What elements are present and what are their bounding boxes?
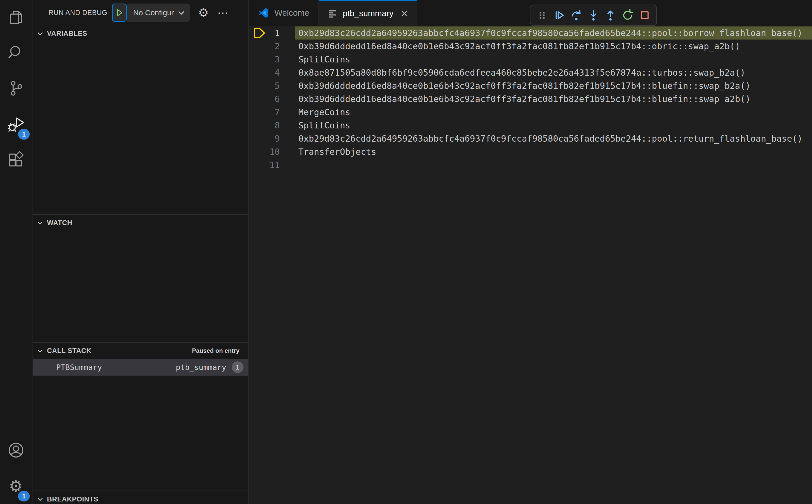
variables-section-label: VARIABLES xyxy=(47,30,87,38)
code-area: 1 0xb29d83c26cdd2a64959263abbcfc4a6937f0… xyxy=(249,26,812,172)
editor-line[interactable]: 5 0xb39d6dddedd16ed8a40ce0b1e6b43c92acf0… xyxy=(249,79,812,92)
line-text: 0xb29d83c26cdd2a64959263abbcfc4a6937f0c9… xyxy=(295,132,812,145)
editor-line[interactable]: 3 SplitCoins xyxy=(249,53,812,66)
editor-line[interactable]: 4 0x8ae871505a80d8bf6bf9c05906cda6edfeea… xyxy=(249,66,812,79)
tab-welcome[interactable]: Welcome xyxy=(249,0,319,26)
sidebar-item-source-control[interactable] xyxy=(0,71,32,107)
line-number: 11 xyxy=(249,158,280,172)
line-text: TransferObjects xyxy=(295,145,812,158)
line-text: SplitCoins xyxy=(295,119,812,132)
restart-button[interactable] xyxy=(622,9,634,21)
breakpoints-section: BREAKPOINTS xyxy=(33,491,248,504)
editor-line[interactable]: 11 xyxy=(249,158,812,172)
current-execution-arrow-icon xyxy=(253,27,267,39)
sidebar-header: RUN AND DEBUG No Configur ⚙ ⋯ xyxy=(33,0,248,25)
editor-gutter[interactable]: 3 xyxy=(249,53,295,66)
source-control-icon xyxy=(8,80,24,98)
line-text: MergeCoins xyxy=(295,106,812,119)
account-icon xyxy=(8,442,24,460)
editor-gutter[interactable]: 5 xyxy=(249,79,295,92)
step-into-button[interactable] xyxy=(587,9,600,21)
frame-line-badge: 1 xyxy=(232,361,243,373)
close-icon[interactable]: × xyxy=(401,8,408,19)
step-out-button[interactable] xyxy=(604,9,617,21)
activity-bar: 1 ⚙ 1 xyxy=(0,0,32,504)
debug-configuration-dropdown[interactable]: No Configur xyxy=(127,4,190,22)
editor-line[interactable]: 9 0xb29d83c26cdd2a64959263abbcfc4a6937f0… xyxy=(249,132,812,145)
sidebar-item-extensions[interactable] xyxy=(0,142,32,178)
chevron-down-icon xyxy=(37,347,43,354)
line-text: 0xb29d83c26cdd2a64959263abbcfc4a6937f0c9… xyxy=(295,26,812,40)
line-number: 3 xyxy=(249,53,280,66)
editor-gutter[interactable]: 7 xyxy=(249,106,295,119)
paused-status-text: Paused on entry xyxy=(192,347,239,354)
call-stack-frame-row[interactable]: PTBSummary ptb_summary 1 xyxy=(33,359,248,376)
start-debugging-button[interactable] xyxy=(112,4,127,22)
step-over-button[interactable] xyxy=(570,9,583,21)
line-text xyxy=(295,158,812,172)
debug-toolbar xyxy=(530,5,657,26)
frame-source: ptb_summary xyxy=(176,363,226,372)
editor-gutter[interactable]: 6 xyxy=(249,92,295,106)
vscode-logo-icon xyxy=(258,8,269,18)
chevron-down-icon xyxy=(37,496,43,502)
settings-button[interactable]: ⚙ 1 xyxy=(0,468,32,504)
more-actions-button[interactable]: ⋯ xyxy=(217,6,229,19)
breakpoints-section-label: BREAKPOINTS xyxy=(47,495,98,503)
line-number: 7 xyxy=(249,106,280,119)
editor-line[interactable]: 1 0xb29d83c26cdd2a64959263abbcfc4a6937f0… xyxy=(249,26,812,40)
variables-section-header[interactable]: VARIABLES xyxy=(33,25,248,42)
watch-section: WATCH xyxy=(33,214,248,342)
editor-line[interactable]: 10 TransferObjects xyxy=(249,145,812,158)
run-config-control: No Configur xyxy=(112,4,190,22)
editor-gutter[interactable]: 11 xyxy=(249,158,295,172)
toolbar-drag-handle[interactable] xyxy=(536,9,548,21)
line-number: 4 xyxy=(249,66,280,79)
tab-ptb-summary[interactable]: ptb_summary × xyxy=(319,0,418,26)
search-icon xyxy=(8,44,24,62)
stop-icon xyxy=(639,9,651,21)
editor-line[interactable]: 8 SplitCoins xyxy=(249,119,812,132)
watch-section-label: WATCH xyxy=(47,219,72,227)
editor-gutter[interactable]: 1 xyxy=(249,26,295,40)
editor-region: Welcome ptb_summary × xyxy=(249,0,812,504)
restart-icon xyxy=(622,9,634,21)
line-text: 0xb39d6dddedd16ed8a40ce0b1e6b43c92acf0ff… xyxy=(295,92,812,106)
sidebar-item-search[interactable] xyxy=(0,36,32,71)
tab-label: ptb_summary xyxy=(343,9,393,18)
debug-badge: 1 xyxy=(18,129,30,140)
extensions-icon xyxy=(8,151,24,169)
sidebar-item-run-and-debug[interactable]: 1 xyxy=(0,107,32,142)
line-number: 9 xyxy=(249,132,280,145)
editor-gutter[interactable]: 2 xyxy=(249,40,295,53)
editor-gutter[interactable]: 10 xyxy=(249,145,295,158)
editor-gutter[interactable]: 9 xyxy=(249,132,295,145)
frame-source-group: ptb_summary 1 xyxy=(176,361,243,373)
editor-line[interactable]: 7 MergeCoins xyxy=(249,106,812,119)
variables-section: VARIABLES xyxy=(33,25,248,214)
editor-gutter[interactable]: 4 xyxy=(249,66,295,79)
editor-gutter[interactable]: 8 xyxy=(249,119,295,132)
editor-line[interactable]: 2 0xb39d6dddedd16ed8a40ce0b1e6b43c92acf0… xyxy=(249,40,812,53)
accounts-button[interactable] xyxy=(0,433,32,468)
line-number: 6 xyxy=(249,92,280,106)
settings-badge: 1 xyxy=(18,491,30,501)
call-stack-section-header[interactable]: CALL STACK Paused on entry xyxy=(33,343,248,359)
continue-button[interactable] xyxy=(553,9,565,21)
step-out-icon xyxy=(605,9,616,21)
editor-line[interactable]: 6 0xb39d6dddedd16ed8a40ce0b1e6b43c92acf0… xyxy=(249,92,812,106)
continue-icon xyxy=(553,9,565,21)
sidebar-item-explorer[interactable] xyxy=(0,0,32,36)
frame-name: PTBSummary xyxy=(56,363,102,372)
watch-section-header[interactable]: WATCH xyxy=(33,215,248,231)
grip-icon xyxy=(536,9,548,21)
debug-configuration-value: No Configur xyxy=(133,8,174,17)
debug-settings-gear-button[interactable]: ⚙ xyxy=(198,6,209,20)
tab-label: Welcome xyxy=(274,8,309,18)
line-number: 2 xyxy=(249,40,280,53)
summary-list-icon xyxy=(328,9,337,18)
breakpoints-section-header[interactable]: BREAKPOINTS xyxy=(33,491,248,504)
line-number: 5 xyxy=(249,79,280,92)
stop-button[interactable] xyxy=(639,9,651,21)
run-and-debug-sidebar: RUN AND DEBUG No Configur ⚙ ⋯ VARIABLES xyxy=(33,0,248,504)
